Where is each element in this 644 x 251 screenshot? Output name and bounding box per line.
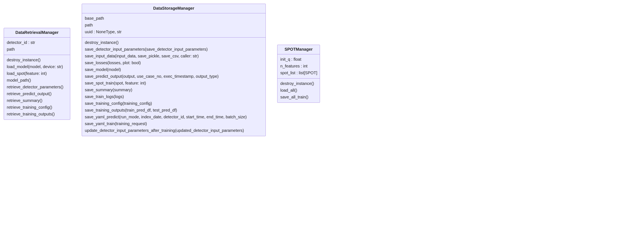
method-row: model_path() [7,77,67,84]
method-row: destroy_instance() [280,80,317,87]
method-row: save_training_outputs(train_pred_df, tes… [85,107,263,114]
methods-section: destroy_instance()load_model(model, devi… [4,55,70,120]
method-row: retrieve_predict_output() [7,90,67,97]
class-title: DataRetrievalManager [4,28,70,37]
class-data-retrieval-manager: DataRetrievalManagerdetector_id : strpat… [4,28,70,120]
method-row: retrieve_summary() [7,97,67,104]
attribute-row: path [7,46,67,53]
attribute-row: base_path [85,15,263,22]
method-row: save_detector_input_parameters(save_dete… [85,46,263,53]
method-row: load_all() [280,87,317,94]
method-row: save_training_config(training_config) [85,100,263,107]
method-row: destroy_instance() [7,57,67,63]
attribute-row: spot_list : list[SPOT] [280,69,317,76]
method-row: save_all_train() [280,94,317,100]
method-row: save_summary(summary) [85,86,263,93]
class-spot-manager: SPOTManagerinit_q : floatn_features : in… [277,45,320,103]
attributes-section: base_pathpathuuid : NoneType, str [82,13,266,37]
methods-section: destroy_instance()save_detector_input_pa… [82,37,266,136]
class-title: DataStorageManager [82,4,266,13]
attribute-row: uuid : NoneType, str [85,28,263,35]
methods-section: destroy_instance()load_all()save_all_tra… [278,78,320,103]
method-row: update_detector_input_parameters_after_t… [85,127,263,134]
method-row: save_train_logs(logs) [85,93,263,100]
class-title: SPOTManager [278,45,320,54]
method-row: retrieve_training_config() [7,104,67,111]
method-row: save_spot_train(spot, feature: int) [85,80,263,86]
attributes-section: detector_id : strpath [4,37,70,55]
attribute-row: path [85,22,263,28]
attribute-row: n_features : int [280,63,317,69]
method-row: save_model(model) [85,66,263,73]
uml-canvas: DataRetrievalManagerdetector_id : strpat… [0,0,644,251]
method-row: load_model(model, device: str) [7,63,67,70]
method-row: destroy_instance() [85,39,263,46]
method-row: save_yaml_train(training_request) [85,120,263,127]
method-row: save_input_data(input_data, save_pickle,… [85,53,263,59]
method-row: load_spot(feature: int) [7,70,67,77]
attribute-row: init_q : float [280,56,317,63]
attribute-row: detector_id : str [7,39,67,46]
method-row: retrieve_training_outputs() [7,111,67,117]
method-row: save_yaml_predict(run_mode, index_date, … [85,114,263,120]
method-row: retrieve_detector_parameters() [7,84,67,90]
method-row: save_losses(losses, plot: bool) [85,59,263,66]
method-row: save_predict_output(output, use_case_no,… [85,73,263,80]
class-data-storage-manager: DataStorageManagerbase_pathpathuuid : No… [82,4,266,136]
attributes-section: init_q : floatn_features : intspot_list … [278,54,320,78]
